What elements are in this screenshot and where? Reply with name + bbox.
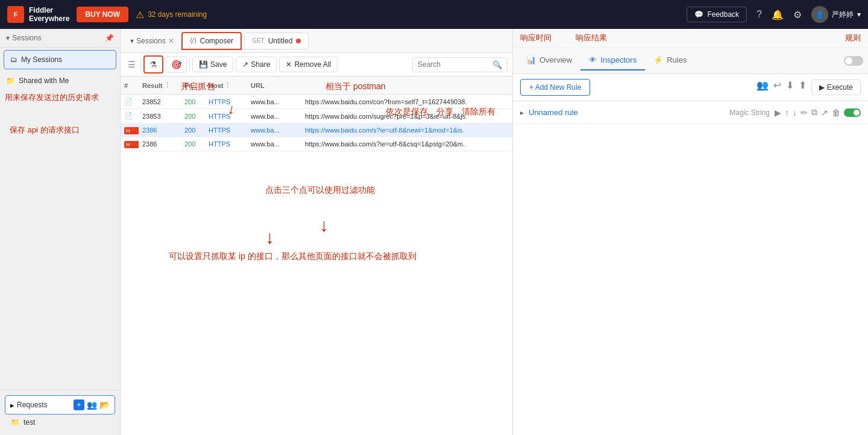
sessions-tab[interactable]: ▾ Sessions ✕ — [125, 34, 179, 48]
delete-rule-icon[interactable]: 🗑 — [832, 108, 840, 117]
td-result: 200 — [181, 95, 205, 108]
add-new-rule-button[interactable]: + Add New Rule — [520, 79, 590, 96]
download-icon[interactable]: ⬇ — [786, 80, 794, 95]
rule-toggle[interactable] — [844, 108, 861, 117]
td-url: https://www.baidu.com/s?ie=utf-8&csq=1&p… — [301, 137, 512, 151]
col-protocol: Pr... ⋮ — [181, 79, 205, 92]
rule-item[interactable]: ▸ Unnamed rule Magic String ▶ ↑ ↓ ✏ ⧉ ↗ … — [513, 101, 868, 124]
topbar-right: 💬 Feedback ? 🔔 ⚙ 👤 严婷婷 ▾ — [687, 6, 861, 23]
settings-icon[interactable]: ⚙ — [793, 9, 802, 20]
untitled-tab[interactable]: GET Untitled — [244, 33, 309, 49]
chevron-right-icon: ▸ — [10, 401, 14, 410]
table-row[interactable]: 📄 23852 200 HTTPS www.ba... https://www.… — [121, 95, 512, 109]
user-area[interactable]: 👤 严婷婷 ▾ — [811, 6, 861, 23]
trial-info: ⚠ 32 days remaining — [136, 9, 207, 20]
td-number: 2386 — [139, 137, 181, 151]
down-rule-icon[interactable]: ↓ — [793, 108, 797, 117]
undo-icon[interactable]: ↩ — [773, 80, 781, 95]
add-folder-icon[interactable]: 📂 — [99, 400, 110, 410]
rules-toggle-switch[interactable] — [844, 56, 863, 66]
td-result: 200 — [181, 137, 205, 151]
chevron-down-icon: ▾ — [857, 10, 861, 19]
bell-icon[interactable]: 🔔 — [772, 9, 784, 20]
search-input[interactable] — [418, 60, 490, 69]
copy-rule-icon[interactable]: ⧉ — [811, 107, 817, 117]
test-folder[interactable]: 📁 test — [5, 415, 115, 430]
upload-icon[interactable]: ⬆ — [799, 80, 807, 95]
feedback-button[interactable]: 💬 Feedback — [687, 7, 747, 22]
td-host: www.ba... — [247, 95, 301, 108]
share-button[interactable]: ↗ Share — [236, 57, 277, 72]
users-icon[interactable]: 👥 — [756, 80, 769, 95]
td-protocol: HTTPS — [205, 137, 247, 151]
edit-rule-icon[interactable]: ✏ — [800, 108, 808, 117]
requests-header[interactable]: ▸ Requests + 👥 📂 — [5, 395, 115, 415]
table-row[interactable]: HTML 2386 200 HTTPS www.ba... https://ww… — [121, 124, 512, 137]
untitled-tab-label: Untitled — [268, 37, 293, 45]
protocol-col-menu[interactable]: ⋮ — [198, 81, 204, 89]
share-folder-icon: 📁 — [6, 77, 15, 85]
td-result: 200 — [181, 110, 205, 123]
search-box: 🔍 — [412, 57, 508, 72]
play-rule-icon[interactable]: ▶ — [775, 108, 781, 117]
avatar: 👤 — [811, 6, 828, 23]
columns-icon[interactable]: ☰ — [125, 57, 138, 72]
td-host: www.ba... — [247, 110, 301, 123]
inspectors-tab-label: Inspectors — [600, 55, 637, 64]
rule-name: Unnamed rule — [529, 108, 725, 117]
result-col-menu[interactable]: ⋮ — [164, 81, 171, 89]
shared-with-me-label: Shared with Me — [19, 77, 69, 85]
html-badge: HTML — [124, 141, 139, 148]
pin-icon[interactable]: 📌 — [105, 34, 114, 42]
table-row[interactable]: HTML 2386 200 HTTPS www.ba... https://ww… — [121, 137, 512, 151]
html-badge: HTML — [124, 127, 139, 134]
close-icon[interactable]: ✕ — [168, 37, 174, 45]
annotation-response-time: 响应时间 — [520, 33, 552, 43]
buy-now-button[interactable]: BUY NOW — [77, 7, 128, 22]
composer-tab[interactable]: ⟨/⟩ Composer — [181, 32, 242, 50]
table-row[interactable]: 📄 23853 200 HTTPS www.ba... https://www.… — [121, 109, 512, 124]
logo-area: F Fiddler Everywhere — [7, 6, 69, 23]
rules-tab[interactable]: ⚡ Rules — [645, 51, 695, 70]
requests-section: ▸ Requests + 👥 📂 📁 test — [0, 390, 120, 435]
up-rule-icon[interactable]: ↑ — [785, 108, 789, 117]
feedback-icon: 💬 — [694, 10, 703, 19]
host-col-menu[interactable]: ⋮ — [224, 81, 231, 89]
col-number: # — [121, 79, 139, 92]
filter-button[interactable]: ⚗ — [143, 55, 163, 74]
annotation-save-api: 保存 api 的请求接口 — [5, 122, 115, 138]
td-protocol: HTTPS — [205, 95, 247, 108]
rule-type: Magic String — [729, 108, 770, 117]
composer-tab-label: Composer — [200, 37, 233, 45]
right-panel: 响应时间 响应结果 规则 📊 Overview 👁 Inspectors ⚡ R… — [512, 29, 868, 435]
export-rule-icon[interactable]: ↗ — [821, 108, 828, 117]
target-button[interactable]: 🎯 — [166, 56, 187, 73]
remove-all-button[interactable]: ✕ Remove All — [279, 57, 338, 72]
overview-tab[interactable]: 📊 Overview — [518, 51, 580, 70]
rules-actions: 👥 ↩ ⬇ ⬆ ▶ Execute — [756, 80, 861, 95]
folder-icon: 📁 — [11, 418, 20, 427]
shared-with-me-button[interactable]: 📁 Shared with Me — [0, 72, 120, 90]
save-button[interactable]: 💾 Save — [192, 57, 233, 72]
table-header: # Result ⋮ Pr... ⋮ Host ⋮ URL — [121, 77, 512, 95]
add-request-icon[interactable]: + — [74, 399, 84, 410]
test-folder-label: test — [24, 418, 35, 427]
annotation-rules: 规则 — [845, 33, 861, 43]
rule-actions: ▶ ↑ ↓ ✏ ⧉ ↗ 🗑 — [775, 107, 861, 117]
inspectors-tab[interactable]: 👁 Inspectors — [580, 51, 645, 70]
play-icon: ▶ — [819, 83, 825, 92]
td-icon: HTML — [121, 124, 139, 137]
my-sessions-button[interactable]: 🗂 My Sessions — [4, 50, 116, 69]
td-icon: HTML — [121, 137, 139, 151]
rule-chevron-icon[interactable]: ▸ — [520, 108, 524, 117]
help-icon[interactable]: ? — [756, 9, 762, 20]
td-host: www.ba... — [247, 137, 301, 151]
sessions-label: Sessions — [12, 34, 42, 42]
bolt-icon: ⚡ — [653, 55, 663, 64]
execute-button[interactable]: ▶ Execute — [811, 80, 861, 95]
center-content: ▾ Sessions ✕ ⟨/⟩ Composer GET Untitled ☰… — [121, 29, 512, 435]
requests-toolbar: 👥 📂 — [87, 400, 110, 410]
rules-toggle — [844, 56, 863, 66]
users-icon[interactable]: 👥 — [87, 400, 97, 410]
sessions-table-area: # Result ⋮ Pr... ⋮ Host ⋮ URL — [121, 77, 512, 435]
